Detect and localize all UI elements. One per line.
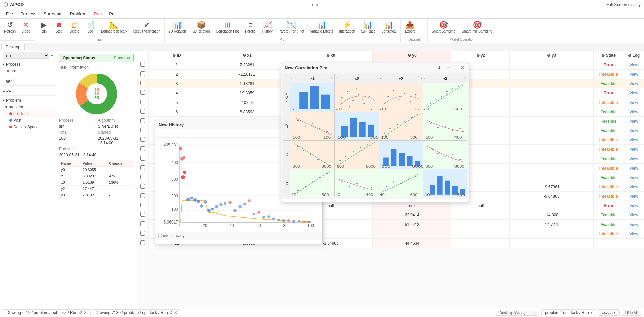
row-log[interactable]: View [624, 79, 644, 88]
row-log[interactable]: View [624, 70, 644, 79]
corr-h-x0-next[interactable]: > [376, 76, 378, 80]
task-path-chevron[interactable]: ▾ [590, 310, 592, 315]
corr-minimize-btn[interactable]: ─ [446, 65, 451, 70]
corr-row-x1-down[interactable]: ▼ [285, 100, 288, 103]
col-log[interactable]: ⊖ Log [624, 51, 644, 60]
sn-ratio-button[interactable]: 📊 S/N Ratio [358, 20, 378, 35]
row-checkbox[interactable] [140, 109, 145, 114]
row-checkbox-cell[interactable] [137, 182, 149, 192]
refresh-button[interactable]: ↺ Refresh [1, 20, 18, 35]
corr-h-x1-prev[interactable]: < [291, 76, 293, 80]
row-log[interactable]: View [624, 126, 644, 135]
menu-run[interactable]: Run [90, 11, 105, 17]
corr-h-y2-prev[interactable]: < [424, 76, 426, 80]
sidebar-doe-header[interactable]: DOE [0, 87, 56, 94]
row-log[interactable]: View [624, 173, 644, 182]
menu-file[interactable]: File [3, 11, 16, 17]
interaction-button[interactable]: ⚡ Interaction [337, 20, 358, 35]
delete-button[interactable]: 🗑 Delete [67, 20, 82, 35]
sidebar-process-header[interactable]: ▾ Process [0, 61, 56, 68]
row-log[interactable]: View [624, 210, 644, 220]
row-checkbox-cell[interactable] [137, 98, 149, 107]
sidebar-item-design-space[interactable]: Design Space [3, 124, 56, 130]
row-checkbox-cell[interactable] [137, 164, 149, 173]
row-checkbox[interactable] [140, 240, 145, 245]
corr-h-y0-prev[interactable]: < [380, 76, 382, 80]
row-checkbox[interactable] [140, 90, 145, 95]
row-log[interactable]: View [624, 229, 644, 239]
row-checkbox[interactable] [140, 128, 145, 132]
row-checkbox-cell[interactable] [137, 79, 149, 88]
sensitivity-button[interactable]: 📊 Sensitivity [379, 20, 399, 35]
col-x1[interactable]: ⊖ x1 [205, 51, 289, 60]
log-button[interactable]: 📄 Log [83, 20, 98, 35]
corr-titlebar[interactable]: New Correlation Plot ⬇ ─ □ ✕ [281, 63, 469, 72]
sidebar-taguchi-header[interactable]: Taguchi [0, 77, 56, 84]
drawing-task-2[interactable]: Drawing-7180 / problem / opt_task / Run … [92, 309, 181, 316]
menu-post[interactable]: Post [106, 11, 121, 17]
col-y0[interactable]: ⊖ y0 [373, 51, 451, 60]
drawing-task-1-refresh[interactable]: ↺ [79, 310, 82, 315]
row-checkbox[interactable] [140, 175, 145, 179]
layout-btn[interactable]: Layout ▾ [598, 309, 620, 316]
row-log[interactable]: View [624, 192, 644, 201]
correlation-button[interactable]: ⊞ Correlation Plot [213, 20, 241, 35]
row-checkbox[interactable] [140, 221, 145, 226]
row-checkbox[interactable] [140, 156, 145, 161]
2d-relation-button[interactable]: 📊 2D Relation [166, 20, 189, 35]
run-button[interactable]: ▶ Run [36, 20, 51, 35]
task-path-indicator[interactable]: problem / opt_task / Run ▾ [541, 309, 596, 316]
corr-h-x1-next[interactable]: > [331, 76, 333, 80]
col-y3[interactable]: ⊖ y3 [510, 51, 594, 60]
sidebar-add-icon[interactable]: + [51, 53, 53, 58]
sidebar-sub-problem-header[interactable]: ▾ problem [3, 104, 56, 110]
row-checkbox-cell[interactable] [137, 126, 149, 135]
row-log[interactable]: View [624, 117, 644, 126]
row-checkbox[interactable] [140, 100, 145, 104]
row-checkbox-cell[interactable] [137, 88, 149, 98]
boundbreak-button[interactable]: 📐 Boundbreak Mark [98, 20, 130, 35]
row-log[interactable]: View [624, 182, 644, 192]
smart-infill-button[interactable]: 🎯 Smart Infill Sampling [459, 20, 495, 35]
tab-desktop[interactable]: Desktop [1, 44, 25, 50]
sidebar-item-opt-task[interactable]: opt_task [3, 110, 56, 117]
fullscreen-label[interactable]: Full-Screen display [606, 2, 641, 7]
process-selector[interactable]: srn [3, 52, 49, 59]
sidebar-item-post[interactable]: Post [3, 117, 56, 124]
corr-download-btn[interactable]: ⬇ [437, 65, 441, 70]
row-checkbox-cell[interactable] [137, 239, 149, 248]
row-log[interactable]: View [624, 145, 644, 154]
parallel-button[interactable]: ≡ Parallel [242, 20, 259, 35]
row-checkbox-cell[interactable] [137, 201, 149, 210]
row-checkbox[interactable] [140, 231, 145, 236]
pareto-button[interactable]: 📉 Pareto Front Plot [276, 20, 307, 35]
row-checkbox[interactable] [140, 62, 145, 67]
row-checkbox[interactable] [140, 146, 145, 151]
result-verify-button[interactable]: ✔ Result Verification [131, 20, 163, 35]
variable-effects-button[interactable]: 📊 Variable Effects [307, 20, 336, 35]
menu-problem[interactable]: Problem [67, 11, 90, 17]
row-checkbox[interactable] [140, 71, 145, 76]
col-x0[interactable]: ⊖ x0 [289, 51, 373, 60]
corr-close-btn[interactable]: ✕ [460, 65, 465, 70]
drawing-task-2-refresh[interactable]: ↺ [169, 310, 173, 315]
row-log[interactable]: View [624, 107, 644, 117]
stop-button[interactable]: ⏹ Stop [52, 20, 66, 35]
row-log[interactable]: View [624, 220, 644, 229]
corr-maximize-btn[interactable]: □ [453, 65, 458, 70]
3d-relation-button[interactable]: 📦 3D Relation [190, 20, 212, 35]
row-log[interactable]: View [624, 154, 644, 164]
row-checkbox-cell[interactable] [137, 210, 149, 220]
row-checkbox-cell[interactable] [137, 154, 149, 164]
sidebar-problem-header[interactable]: ▾ Problem [0, 97, 56, 104]
row-checkbox-cell[interactable] [137, 229, 149, 239]
row-checkbox-cell[interactable] [137, 220, 149, 229]
row-checkbox-cell[interactable] [137, 192, 149, 201]
desktop-management-btn[interactable]: Desktop Management [496, 310, 539, 316]
menu-surrogate[interactable]: Surrogate [40, 11, 66, 17]
close-button[interactable]: ✕ Close [18, 20, 33, 35]
row-checkbox-cell[interactable] [137, 60, 149, 70]
corr-h-x0-prev[interactable]: < [336, 76, 338, 80]
row-checkbox-cell[interactable] [137, 135, 149, 145]
row-checkbox-cell[interactable] [137, 173, 149, 182]
